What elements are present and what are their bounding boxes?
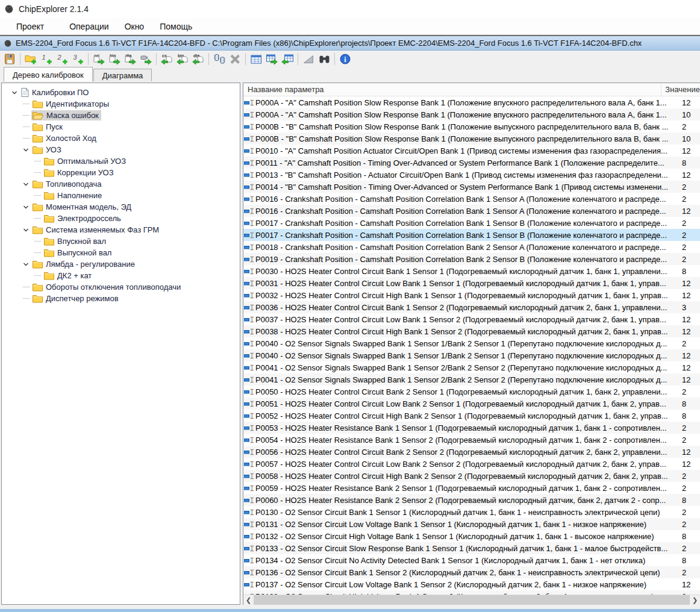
tree-item[interactable]: Электродроссель (2, 213, 240, 224)
document-titlebar[interactable]: EMS-2204_Ford Focus 1.6 Ti-VCT F1FA-14C2… (0, 36, 700, 51)
tree-node[interactable]: Моментная модель, ЭД (31, 202, 134, 212)
add-layer-3-button[interactable]: 3 (70, 51, 86, 66)
compare-disabled-button[interactable] (227, 51, 243, 66)
menu-project[interactable]: Проект (8, 19, 52, 34)
parameter-row[interactable]: P0041 - O2 Sensor Signals Swapped Bank 1… (243, 373, 700, 386)
tree-item[interactable]: Оптимальный УОЗ (2, 155, 240, 167)
import-bin-button[interactable]: bin (175, 51, 190, 66)
parameter-row[interactable]: P0010 - "A" Camshaft Position Actuator C… (243, 145, 700, 157)
tree-item[interactable]: Лямбда - регулирование (2, 258, 240, 270)
tree-node[interactable]: Лямбда - регулирование (31, 259, 137, 269)
parameter-row[interactable]: P0013 - "B" Camshaft Position - Actuator… (243, 169, 700, 181)
horizontal-scrollbar[interactable]: ❮ ❯ (243, 595, 700, 605)
parameter-row[interactable]: P0031 - HO2S Heater Control Circuit Low … (243, 277, 700, 289)
chevron-down-icon[interactable] (20, 145, 31, 155)
parameter-row[interactable]: P000B - "B" Camshaft Position Slow Respo… (243, 120, 700, 133)
tree-item[interactable]: Маска ошибок (2, 110, 240, 121)
tree-item[interactable]: Диспетчер режимов (2, 293, 240, 304)
tree-node[interactable]: Система изменяемых Фаз ГРМ (31, 225, 161, 235)
parameter-row[interactable]: P0054 - HO2S Heater Resistance Bank 1 Se… (243, 434, 700, 446)
tree-item[interactable]: Впускной вал (2, 236, 240, 247)
tree-node[interactable]: Оптимальный УОЗ (43, 156, 128, 166)
tree-node[interactable]: Маска ошибок (31, 110, 101, 120)
parameter-row[interactable]: P0011 - "A" Camshaft Position - Timing O… (243, 157, 700, 169)
parameter-row[interactable]: P0017 - Crankshaft Position - Camshaft P… (243, 229, 700, 241)
parameter-row[interactable]: P0060 - HO2S Heater Resistance Bank 2 Se… (243, 494, 700, 506)
chevron-down-icon[interactable] (9, 88, 20, 98)
tree-node[interactable]: Выпускной вал (43, 248, 114, 258)
tree-item[interactable]: Топливоподача (2, 178, 240, 190)
parameter-row[interactable]: P0059 - HO2S Heater Resistance Bank 2 Se… (243, 482, 700, 494)
parameter-row[interactable]: P0014 - "B" Camshaft Position - Timing O… (243, 181, 700, 193)
info-button[interactable]: i (337, 51, 353, 66)
parameter-row[interactable]: P0019 - Crankshaft Position - Camshaft P… (243, 253, 700, 265)
tree-node[interactable]: УОЗ (31, 145, 64, 155)
tree-node[interactable]: ДК2 + кат (43, 270, 94, 281)
parameter-row[interactable]: P0132 - O2 Sensor Circuit High Voltage B… (243, 530, 700, 542)
tree-item[interactable]: Система изменяемых Фаз ГРМ (2, 224, 240, 236)
menu-window[interactable]: Окно (117, 19, 152, 34)
parameter-row[interactable]: P0017 - Crankshaft Position - Camshaft P… (243, 217, 700, 229)
add-layer-2-button[interactable]: 2 (54, 51, 70, 66)
tree-item[interactable]: УОЗ (2, 144, 240, 155)
menu-help[interactable]: Помощь (152, 19, 200, 34)
chevron-down-icon[interactable] (20, 180, 31, 189)
tree-node[interactable]: Идентификаторы (31, 99, 111, 109)
menu-operations[interactable]: Операции (61, 19, 117, 34)
write-device-button[interactable] (138, 51, 154, 66)
parameter-row[interactable]: P0041 - O2 Sensor Signals Swapped Bank 1… (243, 361, 700, 373)
parameter-row[interactable]: P0038 - HO2S Heater Control Circuit High… (243, 325, 700, 337)
scrollbar-thumb[interactable] (254, 595, 690, 605)
tree-item[interactable]: Обороты отключения топливоподачи (2, 281, 240, 293)
import-cs-button[interactable]: cs (159, 51, 175, 66)
tree-item[interactable]: Моментная модель, ЭД (2, 201, 240, 213)
tree-item[interactable]: Коррекции УОЗ (2, 167, 240, 178)
tree-item[interactable]: Холостой Ход (2, 133, 240, 144)
parameter-row[interactable]: P0058 - HO2S Heater Control Circuit High… (243, 470, 700, 482)
parameter-row[interactable]: P0040 - O2 Sensor Signals Swapped Bank 1… (243, 337, 700, 349)
tree-node[interactable]: Наполнение (43, 190, 104, 201)
tree-item[interactable]: ДК2 + кат (2, 270, 240, 281)
tree-node[interactable]: Калибровки ПО (20, 87, 91, 98)
tab-diagram[interactable]: Диаграмма (93, 69, 152, 81)
tree-item[interactable]: Пуск (2, 121, 240, 133)
parameter-row[interactable]: P0130 - O2 Sensor Circuit Bank 1 Sensor … (243, 506, 700, 518)
table-view-button[interactable] (248, 51, 264, 66)
parameter-row[interactable]: P0136 - O2 Sensor Circuit Bank 1 Sensor … (243, 566, 700, 578)
tree-node[interactable]: Холостой Ход (31, 133, 99, 143)
parameter-row[interactable]: P0053 - HO2S Heater Resistance Bank 1 Se… (243, 422, 700, 434)
scroll-right-arrow-icon[interactable]: ❯ (690, 595, 700, 605)
add-layer-1-button[interactable]: 1 (39, 51, 54, 66)
parameter-row[interactable]: P0037 - HO2S Heater Control Circuit Low … (243, 313, 700, 325)
compare-chips-button[interactable] (211, 51, 227, 66)
ramp-button[interactable] (301, 51, 316, 66)
tree-item[interactable]: Выпускной вал (2, 247, 240, 258)
tree-node[interactable]: Обороты отключения топливоподачи (31, 282, 183, 292)
tree-node[interactable]: Электродроссель (43, 213, 123, 223)
tree-node[interactable]: Коррекции УОЗ (43, 167, 116, 178)
parameter-row[interactable]: P000A - "A" Camshaft Position Slow Respo… (243, 108, 700, 120)
parameter-row[interactable]: P0016 - Crankshaft Position - Camshaft P… (243, 193, 700, 205)
tree-node[interactable]: Топливоподача (31, 179, 104, 189)
save-button[interactable] (2, 51, 17, 66)
parameter-row[interactable]: P000B - "B" Camshaft Position Slow Respo… (243, 133, 700, 145)
tree-node[interactable]: Впускной вал (43, 236, 108, 246)
search-button[interactable] (316, 51, 332, 66)
parameter-row[interactable]: P0057 - HO2S Heater Control Circuit Low … (243, 458, 700, 470)
tree-node[interactable]: Пуск (31, 122, 65, 132)
chevron-down-icon[interactable] (20, 260, 31, 269)
table-export-button[interactable] (264, 51, 280, 66)
parameter-row[interactable]: P0052 - HO2S Heater Control Circuit High… (243, 410, 700, 422)
table-import-button[interactable] (280, 51, 295, 66)
parameter-row[interactable]: P0030 - HO2S Heater Control Circuit Bank… (243, 265, 700, 277)
export-dta-button[interactable]: dta (122, 51, 138, 66)
parameter-row[interactable]: P0133 - O2 Sensor Circuit Slow Response … (243, 542, 700, 554)
export-ori-button[interactable]: ori (91, 51, 107, 66)
parameter-row[interactable]: P0137 - O2 Sensor Circuit Low Voltage Ba… (243, 578, 700, 590)
parameter-row[interactable]: P0016 - Crankshaft Position - Camshaft P… (243, 205, 700, 217)
chevron-down-icon[interactable] (20, 202, 31, 212)
export-bin-button[interactable]: bin (107, 51, 122, 66)
parameter-row[interactable]: P0051 - HO2S Heater Control Circuit Low … (243, 398, 700, 410)
parameter-row[interactable]: P0032 - HO2S Heater Control Circuit High… (243, 289, 700, 301)
scroll-left-arrow-icon[interactable]: ❮ (243, 595, 254, 605)
